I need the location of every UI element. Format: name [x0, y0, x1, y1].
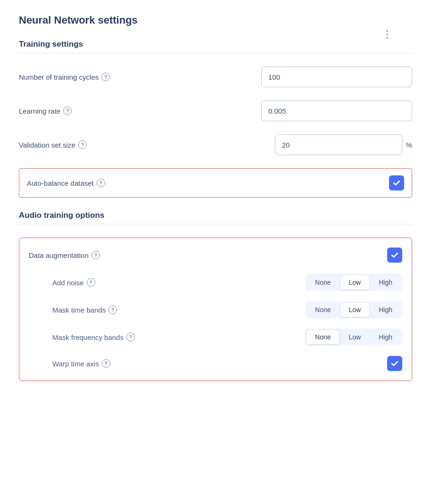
add-noise-button-group: None Low High	[305, 274, 402, 291]
mask-freq-bands-row: Mask frequency bands ? None Low High	[29, 329, 402, 346]
training-cycles-row: Number of training cycles ?	[19, 66, 412, 87]
validation-set-size-row: Validation set size ? %	[19, 134, 412, 155]
validation-set-size-label: Validation set size ?	[19, 140, 87, 149]
header: Neural Network settings ⋮	[19, 14, 412, 26]
mask-freq-bands-label: Mask frequency bands ?	[52, 333, 135, 341]
auto-balance-label: Auto-balance dataset ?	[27, 179, 105, 187]
training-cycles-help-icon[interactable]: ?	[101, 73, 110, 81]
add-noise-none-btn[interactable]: None	[307, 275, 339, 289]
validation-set-size-help-icon[interactable]: ?	[78, 140, 87, 149]
mask-freq-none-btn[interactable]: None	[307, 330, 339, 344]
mask-freq-bands-button-group: None Low High	[305, 329, 402, 346]
validation-input-group: %	[275, 134, 412, 155]
audio-training-title: Audio training options	[19, 211, 412, 220]
auto-balance-row: Auto-balance dataset ?	[19, 168, 412, 198]
data-augmentation-row: Data augmentation ?	[29, 248, 402, 263]
mask-time-low-btn[interactable]: Low	[340, 303, 370, 317]
warp-time-axis-checkbox[interactable]	[387, 356, 402, 371]
auto-balance-checkbox-box[interactable]	[389, 175, 404, 190]
mask-time-bands-label: Mask time bands ?	[52, 306, 117, 314]
auto-balance-checkbox[interactable]	[389, 175, 404, 190]
data-augmentation-checkbox-box[interactable]	[387, 248, 402, 263]
data-augmentation-label: Data augmentation ?	[29, 251, 100, 259]
more-options-icon[interactable]: ⋮	[382, 28, 393, 41]
warp-time-axis-label: Warp time axis ?	[52, 359, 110, 368]
add-noise-help-icon[interactable]: ?	[87, 278, 95, 287]
learning-rate-label: Learning rate ?	[19, 107, 72, 115]
mask-freq-high-btn[interactable]: High	[370, 330, 401, 344]
audio-training-section: Audio training options Data augmentation…	[19, 211, 412, 381]
percent-suffix: %	[406, 141, 412, 149]
data-augmentation-checkbox[interactable]	[387, 248, 402, 263]
warp-time-axis-checkbox-box[interactable]	[387, 356, 402, 371]
data-augmentation-help-icon[interactable]: ?	[91, 251, 100, 259]
mask-time-none-btn[interactable]: None	[307, 303, 339, 317]
mask-time-bands-help-icon[interactable]: ?	[108, 306, 117, 314]
add-noise-label: Add noise ?	[52, 278, 95, 287]
training-cycles-input[interactable]	[261, 66, 412, 87]
training-settings-title: Training settings	[19, 40, 412, 49]
audio-section-box: Data augmentation ? Add noise ? None Low	[19, 238, 412, 381]
mask-freq-bands-help-icon[interactable]: ?	[126, 333, 135, 341]
learning-rate-row: Learning rate ?	[19, 100, 412, 121]
warp-time-axis-help-icon[interactable]: ?	[102, 359, 110, 368]
training-cycles-label: Number of training cycles ?	[19, 73, 110, 81]
page-title: Neural Network settings	[19, 14, 412, 26]
add-noise-low-btn[interactable]: Low	[340, 275, 370, 289]
learning-rate-help-icon[interactable]: ?	[63, 107, 72, 115]
warp-time-axis-row: Warp time axis ?	[29, 356, 402, 371]
add-noise-row: Add noise ? None Low High	[29, 274, 402, 291]
validation-set-size-input[interactable]	[275, 134, 402, 155]
mask-time-high-btn[interactable]: High	[370, 303, 401, 317]
learning-rate-input[interactable]	[261, 100, 412, 121]
mask-time-bands-button-group: None Low High	[305, 301, 402, 318]
add-noise-high-btn[interactable]: High	[370, 275, 401, 289]
mask-time-bands-row: Mask time bands ? None Low High	[29, 301, 402, 318]
auto-balance-help-icon[interactable]: ?	[97, 179, 105, 187]
mask-freq-low-btn[interactable]: Low	[340, 330, 370, 344]
audio-divider	[19, 224, 412, 224]
section-divider	[19, 53, 412, 53]
training-settings-section: Training settings Number of training cyc…	[19, 40, 412, 198]
